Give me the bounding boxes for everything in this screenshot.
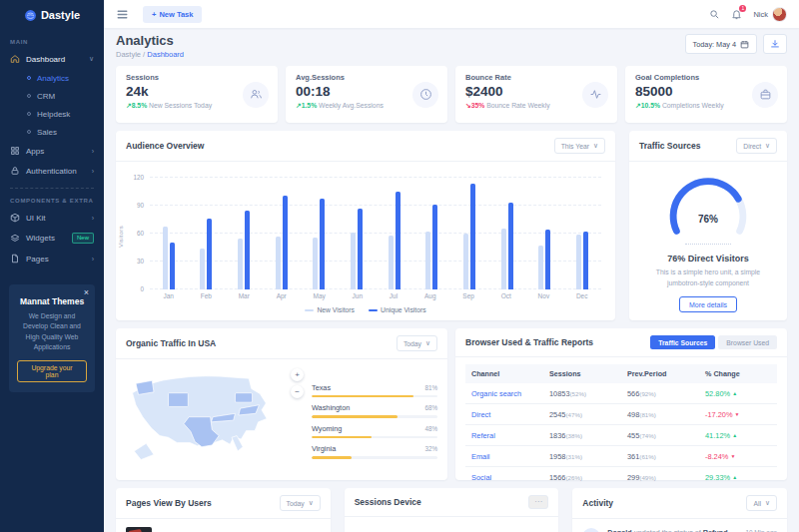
triangle-up-icon: ▲ xyxy=(732,474,737,480)
prev-period-cell: 299(49%) xyxy=(621,467,699,488)
tab-browser-used[interactable]: Browser Used xyxy=(718,335,777,349)
prev-period-cell: 455(74%) xyxy=(621,425,699,446)
user-menu[interactable]: Nick xyxy=(753,7,787,22)
column-header: Channel xyxy=(465,364,543,383)
bar-new-visitors xyxy=(238,239,243,289)
close-icon[interactable]: × xyxy=(84,287,89,297)
sidebar-item-helpdesk[interactable]: Helpdesk xyxy=(0,105,104,123)
pages-filter-dropdown[interactable]: Today∨ xyxy=(280,495,321,511)
search-icon[interactable] xyxy=(709,9,720,20)
bar-unique-visitors xyxy=(432,205,437,289)
bar-unique-visitors xyxy=(470,184,475,289)
chevron-right-icon: › xyxy=(92,256,94,263)
channel-link[interactable]: Social xyxy=(465,467,543,488)
sidebar-item-dashboard[interactable]: Dashboard ∨ xyxy=(0,49,104,69)
page-view-row[interactable]: Dastyle - Admin Dashboard 4.3k xyxy=(116,519,331,532)
stat-label: Goal Completions xyxy=(635,73,777,82)
traffic-report-table: ChannelSessionsPrev.Period% Change Organ… xyxy=(465,364,777,487)
bar-group xyxy=(351,209,363,289)
sidebar-item-label: Pages xyxy=(26,255,49,264)
audience-filter-dropdown[interactable]: This Year∨ xyxy=(554,138,605,154)
bullet-icon xyxy=(27,76,31,80)
y-tick-label: 0 xyxy=(140,285,144,292)
user-name: Nick xyxy=(753,10,768,19)
sidebar-item-label: Apps xyxy=(26,147,44,156)
chevron-down-icon: ∨ xyxy=(309,499,314,507)
sidebar-item-label: UI Kit xyxy=(26,214,46,223)
channel-link[interactable]: Organic search xyxy=(465,383,543,404)
card-menu-button[interactable]: ··· xyxy=(528,495,548,509)
change-cell: 29.33% ▲ xyxy=(699,467,777,488)
app-logo[interactable]: Dastyle xyxy=(0,0,104,30)
sessions-cell: 10853(52%) xyxy=(543,383,621,404)
sidebar-item-widgets[interactable]: Widgets New xyxy=(0,228,104,249)
more-details-button[interactable]: More details xyxy=(679,296,737,312)
date-picker-button[interactable]: Today: May 4 xyxy=(685,34,757,54)
sidebar-item-ui-kit[interactable]: UI Kit › xyxy=(0,208,104,228)
y-tick-label: 30 xyxy=(137,258,144,265)
y-axis: 0306090120 xyxy=(124,178,146,289)
audience-chart: Visitors 0306090120 JanFebMarAprMayJunJu… xyxy=(124,178,605,299)
sidebar-item-crm[interactable]: CRM xyxy=(0,87,104,105)
chevron-down-icon: ∨ xyxy=(89,55,94,63)
bar-group xyxy=(238,211,250,289)
chevron-right-icon: › xyxy=(92,148,94,155)
dastyle-logo-swirl-icon xyxy=(24,9,37,22)
promo-card: × Mannat Themes We Design and Develop Cl… xyxy=(9,284,95,392)
users-icon xyxy=(243,82,269,108)
download-button[interactable] xyxy=(763,34,787,54)
date-label: Today: May 4 xyxy=(693,40,736,49)
breadcrumb-current[interactable]: Dashboard xyxy=(147,50,184,59)
chevron-right-icon: › xyxy=(92,215,94,222)
bar-group xyxy=(389,192,400,289)
activity-icon xyxy=(582,82,608,108)
new-task-button[interactable]: + New Task xyxy=(143,6,202,23)
channel-link[interactable]: Referal xyxy=(465,425,543,446)
activity-filter-dropdown[interactable]: All∨ xyxy=(746,495,777,511)
table-row: Referal1836(38%)455(74%)41.12% ▲ xyxy=(465,425,777,446)
zoom-out-button[interactable]: − xyxy=(291,385,304,398)
state-row: Washington68% xyxy=(312,403,437,418)
sidebar-item-pages[interactable]: Pages › xyxy=(0,249,104,268)
change-cell: -17.20% ▼ xyxy=(699,404,777,425)
channel-link[interactable]: Email xyxy=(465,446,543,467)
organic-filter-dropdown[interactable]: Today∨ xyxy=(397,335,437,351)
menu-icon[interactable] xyxy=(116,8,129,21)
sidebar-item-apps[interactable]: Apps › xyxy=(0,141,104,161)
bar-group xyxy=(163,227,175,289)
change-cell: -8.24% ▼ xyxy=(699,446,777,467)
x-tick-label: Mar xyxy=(239,292,250,299)
stat-card-sessions: Sessions 24k ↗8.5% New Sessions Today xyxy=(116,66,278,123)
sidebar-item-sales[interactable]: Sales xyxy=(0,123,104,141)
card-title: Organic Traffic In USA xyxy=(126,338,216,348)
activity-card: Activity All∨ Donald updated the status … xyxy=(572,488,787,532)
sidebar-item-analytics[interactable]: Analytics xyxy=(0,69,104,87)
zoom-in-button[interactable]: + xyxy=(291,368,304,381)
promo-title: Mannat Themes xyxy=(17,296,87,306)
legend-item[interactable]: Unique Visitors xyxy=(369,306,426,313)
chevron-right-icon: › xyxy=(92,168,94,175)
bar-new-visitors xyxy=(389,236,394,289)
upgrade-plan-button[interactable]: Upgrade your plan xyxy=(17,360,87,382)
channel-link[interactable]: Direct xyxy=(465,404,543,425)
sessions-device-card: Sessions Device ··· xyxy=(345,488,559,532)
usa-map[interactable]: + − xyxy=(124,365,304,476)
tab-traffic-sources[interactable]: Traffic Sources xyxy=(650,335,715,349)
traffic-filter-dropdown[interactable]: Direct∨ xyxy=(736,138,777,154)
bar-group xyxy=(200,219,212,289)
map-zoom-controls: + − xyxy=(291,368,304,398)
legend-item[interactable]: New Visitors xyxy=(305,306,355,313)
sidebar-item-label: Widgets xyxy=(26,234,55,243)
avatar xyxy=(772,7,787,22)
breadcrumb-separator: / xyxy=(143,50,145,59)
triangle-up-icon: ▲ xyxy=(732,432,737,438)
chevron-down-icon: ∨ xyxy=(425,339,430,347)
chevron-down-icon: ∨ xyxy=(765,142,770,150)
sessions-cell: 1836(38%) xyxy=(543,425,621,446)
bell-icon[interactable]: 1 xyxy=(731,9,742,20)
sidebar-item-authentication[interactable]: Authentication › xyxy=(0,161,104,181)
breadcrumb-root: Dastyle xyxy=(116,50,141,59)
state-row: Texas81% xyxy=(312,383,437,398)
y-tick-label: 90 xyxy=(137,202,144,209)
bar-new-visitors xyxy=(276,237,281,289)
